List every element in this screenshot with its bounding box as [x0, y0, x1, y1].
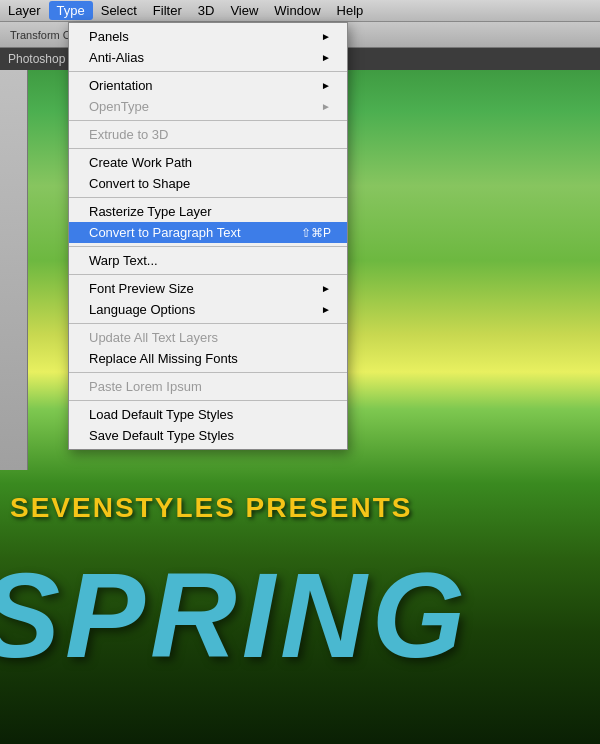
menubar-item-view[interactable]: View — [222, 1, 266, 20]
menubar-item-window[interactable]: Window — [266, 1, 328, 20]
separator-6 — [69, 274, 347, 275]
menu-item-rasterize-label: Rasterize Type Layer — [89, 204, 212, 219]
menu-item-replace-fonts[interactable]: Replace All Missing Fonts — [69, 348, 347, 369]
menu-item-create-work-path-label: Create Work Path — [89, 155, 192, 170]
menu-item-panels-label: Panels — [89, 29, 129, 44]
menubar-item-type[interactable]: Type — [49, 1, 93, 20]
menu-item-replace-fonts-label: Replace All Missing Fonts — [89, 351, 238, 366]
menu-item-warp-text-label: Warp Text... — [89, 253, 158, 268]
menu-item-panels[interactable]: Panels ► — [69, 26, 347, 47]
menu-item-orientation[interactable]: Orientation ► — [69, 75, 347, 96]
spring-text: SPRING — [0, 546, 470, 684]
menubar-item-layer[interactable]: Layer — [0, 1, 49, 20]
separator-5 — [69, 246, 347, 247]
menu-item-load-styles-label: Load Default Type Styles — [89, 407, 233, 422]
menu-item-language-label: Language Options — [89, 302, 195, 317]
menu-item-convert-to-shape[interactable]: Convert to Shape — [69, 173, 347, 194]
separator-1 — [69, 71, 347, 72]
separator-2 — [69, 120, 347, 121]
menu-item-rasterize[interactable]: Rasterize Type Layer — [69, 201, 347, 222]
menu-item-load-styles[interactable]: Load Default Type Styles — [69, 404, 347, 425]
menubar-item-select[interactable]: Select — [93, 1, 145, 20]
anti-alias-arrow-icon: ► — [321, 52, 331, 63]
menu-item-update-all: Update All Text Layers — [69, 327, 347, 348]
opentype-arrow-icon: ► — [321, 101, 331, 112]
menu-item-extrude-3d: Extrude to 3D — [69, 124, 347, 145]
menu-item-font-preview-label: Font Preview Size — [89, 281, 194, 296]
menu-item-language[interactable]: Language Options ► — [69, 299, 347, 320]
menu-item-save-styles[interactable]: Save Default Type Styles — [69, 425, 347, 446]
menu-item-create-work-path[interactable]: Create Work Path — [69, 152, 347, 173]
type-dropdown-menu: Panels ► Anti-Alias ► Orientation ► Open… — [68, 22, 348, 450]
language-arrow-icon: ► — [321, 304, 331, 315]
menu-item-update-all-label: Update All Text Layers — [89, 330, 218, 345]
menu-item-anti-alias[interactable]: Anti-Alias ► — [69, 47, 347, 68]
menubar: Layer Type Select Filter 3D View Window … — [0, 0, 600, 22]
convert-paragraph-shortcut: ⇧⌘P — [301, 226, 331, 240]
presents-text: SEVENSTYLES PRESENTS — [10, 492, 413, 524]
menubar-item-filter[interactable]: Filter — [145, 1, 190, 20]
separator-3 — [69, 148, 347, 149]
menu-item-opentype-label: OpenType — [89, 99, 149, 114]
separator-9 — [69, 400, 347, 401]
menu-item-save-styles-label: Save Default Type Styles — [89, 428, 234, 443]
menubar-item-3d[interactable]: 3D — [190, 1, 223, 20]
separator-7 — [69, 323, 347, 324]
menu-item-convert-to-shape-label: Convert to Shape — [89, 176, 190, 191]
menu-item-warp-text[interactable]: Warp Text... — [69, 250, 347, 271]
menu-item-convert-paragraph-label: Convert to Paragraph Text — [89, 225, 241, 240]
menu-item-paste-lorem: Paste Lorem Ipsum — [69, 376, 347, 397]
menu-item-orientation-label: Orientation — [89, 78, 153, 93]
menubar-item-help[interactable]: Help — [329, 1, 372, 20]
separator-4 — [69, 197, 347, 198]
separator-8 — [69, 372, 347, 373]
orientation-arrow-icon: ► — [321, 80, 331, 91]
font-preview-arrow-icon: ► — [321, 283, 331, 294]
menu-item-convert-paragraph[interactable]: Convert to Paragraph Text ⇧⌘P — [69, 222, 347, 243]
menu-item-extrude-3d-label: Extrude to 3D — [89, 127, 169, 142]
menu-item-font-preview[interactable]: Font Preview Size ► — [69, 278, 347, 299]
menu-item-anti-alias-label: Anti-Alias — [89, 50, 144, 65]
menu-item-paste-lorem-label: Paste Lorem Ipsum — [89, 379, 202, 394]
left-toolbar — [0, 70, 28, 470]
panels-arrow-icon: ► — [321, 31, 331, 42]
menu-item-opentype: OpenType ► — [69, 96, 347, 117]
